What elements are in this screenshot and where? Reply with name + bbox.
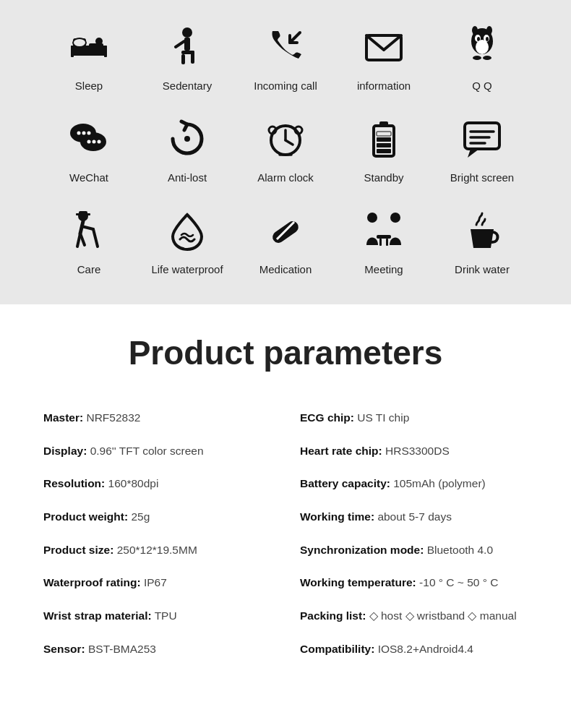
svg-point-33 xyxy=(93,140,96,144)
params-title: Product parameters xyxy=(43,333,528,372)
icon-item-sedentary: Sedentary xyxy=(142,22,233,92)
icon-item-sleep: Sleep xyxy=(43,22,134,92)
svg-rect-66 xyxy=(379,239,382,246)
sedentary-icon xyxy=(162,22,212,72)
icon-item-qq: Q Q xyxy=(437,22,528,92)
anti-lost-label: Anti-lost xyxy=(168,171,207,184)
param-compatibility: Compatibility: IOS8.2+Android4.4 xyxy=(300,633,528,666)
svg-line-10 xyxy=(176,41,184,47)
icon-item-wechat: WeChat xyxy=(43,114,134,184)
icon-item-meeting: Meeting xyxy=(338,205,429,275)
bright-screen-icon xyxy=(457,114,507,164)
svg-point-35 xyxy=(184,136,190,142)
svg-point-32 xyxy=(87,140,91,144)
alarm-clock-icon xyxy=(260,114,311,164)
svg-rect-12 xyxy=(181,54,185,64)
meeting-label: Meeting xyxy=(364,263,403,275)
icon-item-information: information xyxy=(338,22,429,92)
svg-line-14 xyxy=(290,33,300,43)
incoming-call-icon xyxy=(260,22,311,72)
param-display: Display: 0.96'' TFT color screen xyxy=(43,434,271,468)
bright-screen-label: Bright screen xyxy=(450,171,514,184)
life-waterproof-icon xyxy=(162,205,212,256)
svg-point-23 xyxy=(472,26,478,35)
qq-icon xyxy=(457,22,507,72)
information-icon xyxy=(359,22,409,72)
svg-rect-9 xyxy=(184,38,190,51)
svg-point-5 xyxy=(73,38,86,47)
drink-water-label: Drink water xyxy=(455,263,510,275)
information-label: information xyxy=(357,80,411,92)
wechat-icon xyxy=(64,114,114,164)
svg-point-25 xyxy=(473,56,481,60)
icon-item-care: Care xyxy=(43,205,134,275)
svg-point-39 xyxy=(269,127,276,134)
svg-rect-55 xyxy=(79,211,87,215)
svg-rect-3 xyxy=(71,46,74,57)
svg-rect-48 xyxy=(465,123,499,149)
svg-rect-44 xyxy=(377,149,391,153)
icon-item-alarm-clock: Alarm clock xyxy=(240,114,331,184)
svg-line-38 xyxy=(286,140,293,145)
care-icon xyxy=(64,205,114,256)
svg-rect-4 xyxy=(104,46,107,57)
param-weight: Product weight: 25g xyxy=(43,500,271,534)
anti-lost-icon xyxy=(162,114,212,164)
svg-line-57 xyxy=(82,226,93,229)
params-grid: Master: NRF52832 Display: 0.96'' TFT col… xyxy=(43,401,528,666)
param-working-time: Working time: about 5-7 days xyxy=(300,500,528,534)
svg-rect-1 xyxy=(71,51,107,56)
life-waterproof-label: Life waterproof xyxy=(151,263,223,275)
icon-item-bright-screen: Bright screen xyxy=(437,114,528,184)
svg-rect-47 xyxy=(377,132,391,136)
meeting-icon xyxy=(359,205,409,256)
icon-item-incoming-call: Incoming call xyxy=(240,22,331,92)
param-packing: Packing list: ◇ host ◇ wristband ◇ manua… xyxy=(300,599,528,633)
svg-point-20 xyxy=(486,37,489,41)
param-strap: Wrist strap material: TPU xyxy=(43,599,271,633)
icon-item-standby: Standby xyxy=(338,114,429,184)
svg-point-30 xyxy=(82,132,86,135)
svg-point-26 xyxy=(483,56,491,60)
svg-point-40 xyxy=(295,127,302,134)
param-sync: Synchronization mode: Bluetooth 4.0 xyxy=(300,534,528,567)
medication-label: Medication xyxy=(259,263,312,275)
svg-point-64 xyxy=(390,213,400,223)
svg-point-8 xyxy=(182,27,192,38)
svg-point-29 xyxy=(77,132,81,135)
svg-line-60 xyxy=(80,234,85,245)
svg-rect-65 xyxy=(377,235,391,239)
medication-icon xyxy=(260,205,311,256)
param-size: Product size: 250*12*19.5MM xyxy=(43,534,271,567)
svg-rect-45 xyxy=(377,143,391,147)
svg-rect-67 xyxy=(386,239,388,246)
sleep-label: Sleep xyxy=(75,80,103,92)
svg-rect-7 xyxy=(89,43,103,47)
svg-point-31 xyxy=(87,132,91,135)
param-resolution: Resolution: 160*80dpi xyxy=(43,467,271,500)
sleep-icon xyxy=(64,22,114,72)
icon-item-life-waterproof: Life waterproof xyxy=(142,205,233,275)
param-sensor: Sensor: BST-BMA253 xyxy=(43,633,271,666)
param-battery: Battery capacity: 105mAh (polymer) xyxy=(300,467,528,500)
icon-grid: Sleep Sedentary xyxy=(43,22,528,275)
svg-point-63 xyxy=(367,213,377,223)
standby-label: Standby xyxy=(364,171,403,184)
icon-item-anti-lost: Anti-lost xyxy=(142,114,233,184)
params-right-col: ECG chip: US TI chip Heart rate chip: HR… xyxy=(300,401,528,666)
params-section: Product parameters Master: NRF52832 Disp… xyxy=(0,304,571,709)
param-ecg: ECG chip: US TI chip xyxy=(300,401,528,434)
params-left-col: Master: NRF52832 Display: 0.96'' TFT col… xyxy=(43,401,271,666)
param-master: Master: NRF52832 xyxy=(43,401,271,434)
icon-item-drink-water: Drink water xyxy=(437,205,528,275)
standby-icon xyxy=(359,114,409,164)
svg-line-58 xyxy=(93,229,98,247)
svg-rect-13 xyxy=(191,51,194,64)
wechat-label: WeChat xyxy=(69,171,108,184)
icons-section: Sleep Sedentary xyxy=(0,0,571,304)
drink-water-icon xyxy=(457,205,507,256)
svg-rect-43 xyxy=(379,121,388,127)
icon-item-medication: Medication xyxy=(240,205,331,275)
svg-point-34 xyxy=(98,140,101,144)
param-waterproof: Waterproof rating: IP67 xyxy=(43,566,271,599)
